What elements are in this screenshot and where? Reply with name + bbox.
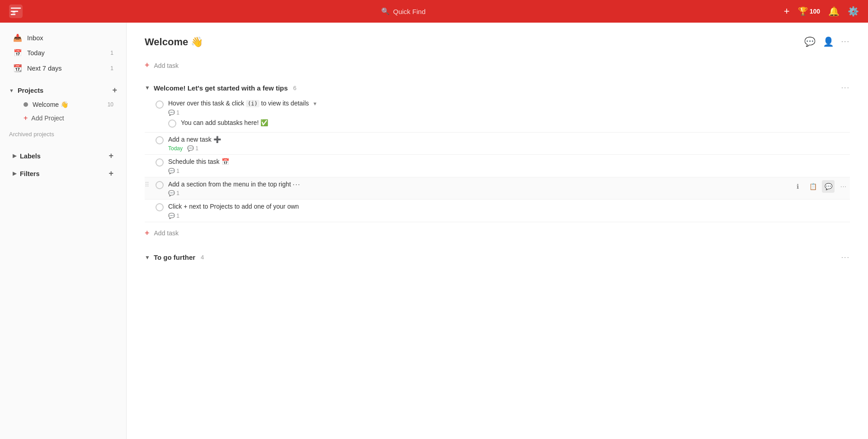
task-4-checkbox[interactable] (156, 181, 164, 189)
layout: 📥 Inbox 📅 Today 1 📆 Next 7 days 1 ▼ Proj… (0, 23, 868, 439)
filters-chevron-icon: ▶ (13, 171, 16, 177)
karma-icon: 🏆 (798, 6, 808, 16)
task-1-checkbox[interactable] (156, 100, 164, 109)
section-further-header: ▼ To go further 4 ··· (145, 251, 850, 264)
section-further-more-icon[interactable]: ··· (841, 253, 850, 262)
svg-text:≡: ≡ (12, 9, 16, 15)
karma-badge[interactable]: 🏆 100 (798, 6, 820, 16)
task-add-button[interactable]: 💬 (822, 180, 835, 193)
subtask-row: You can add subtasks here! ✅ (168, 117, 850, 129)
subtask-1-content: You can add subtasks here! ✅ (181, 119, 850, 128)
task-1-comment: 💬 1 (168, 110, 179, 116)
inbox-label: Inbox (27, 34, 43, 42)
add-task-plus-icon: + (145, 61, 150, 70)
welcome-project-count: 10 (108, 101, 113, 108)
add-filter-icon[interactable]: + (108, 169, 113, 178)
task-row: ⠿ Schedule this task 📅 💬 1 (145, 155, 850, 177)
task-4-actions: ℹ 📋 💬 ··· (791, 180, 850, 193)
sidebar-item-filters[interactable]: ▶ Filters + (4, 165, 123, 182)
topbar-left: ≡ (9, 5, 23, 18)
search-label: Quick Find (393, 8, 426, 15)
share-icon[interactable]: 👤 (823, 36, 834, 47)
labels-chevron-icon: ▶ (13, 153, 16, 159)
comment-icon[interactable]: 💬 (804, 36, 816, 47)
next7-icon: 📆 (13, 64, 23, 72)
task-row: ⠿ Add a section from the menu in the top… (145, 177, 850, 200)
topbar: ≡ 🔍 Quick Find + 🏆 100 🔔 ⚙️ (0, 0, 868, 23)
section-further-chevron-icon[interactable]: ▼ (145, 254, 150, 261)
section-further-count: 4 (201, 254, 204, 261)
subtask-1-checkbox[interactable] (168, 119, 176, 128)
section-tips: ▼ Welcome! Let's get started with a few … (145, 81, 850, 242)
task-1-collapse-icon[interactable]: ▼ (312, 101, 317, 106)
section-tips-title: Welcome! Let's get started with a few ti… (154, 84, 288, 92)
task-2-text: Add a new task ➕ (168, 136, 221, 143)
section-tips-more-icon[interactable]: ··· (841, 84, 850, 92)
task-5-content: Click + next to Projects to add one of y… (168, 202, 850, 219)
add-task-row[interactable]: + Add task (145, 57, 850, 74)
task-5-checkbox[interactable] (156, 203, 164, 211)
task-5-meta: 💬 1 (168, 213, 850, 219)
task-4-comment: 💬 1 (168, 190, 179, 196)
task-info-button[interactable]: ℹ (791, 180, 804, 193)
projects-label: Projects (18, 87, 43, 94)
app-logo-icon[interactable]: ≡ (9, 5, 23, 18)
welcome-project-label: Welcome 👋 (33, 101, 68, 108)
drag-handle-icon[interactable]: ⠿ (145, 180, 151, 188)
sidebar-item-labels[interactable]: ▶ Labels + (4, 148, 123, 164)
inbox-icon: 📥 (13, 33, 23, 42)
task-1-meta: 💬 1 (168, 110, 850, 116)
task-2-comment: 💬 1 (187, 145, 198, 152)
task-2-checkbox[interactable] (156, 136, 164, 144)
add-project-icon[interactable]: + (112, 86, 117, 95)
section-tips-count: 6 (293, 85, 297, 91)
page-header: Welcome 👋 💬 👤 ··· (145, 36, 850, 48)
task-3-comment: 💬 1 (168, 168, 179, 174)
add-project-label: Add Project (31, 115, 64, 122)
task-2-content: Add a new task ➕ Today 💬 1 (168, 135, 850, 152)
task-4-meta: 💬 1 (168, 190, 787, 196)
add-label-icon[interactable]: + (108, 151, 113, 161)
search-icon: 🔍 (381, 7, 390, 15)
search-bar[interactable]: 🔍 Quick Find (381, 7, 426, 15)
section-add-task-label: Add task (154, 229, 179, 237)
next7-count: 1 (110, 65, 113, 72)
labels-label: Labels (20, 153, 41, 160)
task-more-button[interactable]: ··· (837, 180, 850, 193)
section-tips-header: ▼ Welcome! Let's get started with a few … (145, 81, 850, 95)
add-project-button[interactable]: + Add Project (4, 111, 123, 125)
add-task-label: Add task (154, 62, 179, 69)
page-title: Welcome 👋 (145, 36, 203, 48)
section-further-title: To go further (154, 253, 195, 261)
task-schedule-button[interactable]: 📋 (807, 180, 819, 193)
add-project-plus-icon: + (24, 114, 28, 122)
task-4-content: Add a section from the menu in the top r… (168, 180, 787, 197)
task-row: ⠿ Add a new task ➕ Today 💬 1 (145, 133, 850, 155)
karma-count: 100 (810, 8, 820, 15)
add-button[interactable]: + (784, 5, 790, 17)
section-add-task-row[interactable]: + Add task (145, 225, 850, 242)
sidebar-item-next7[interactable]: 📆 Next 7 days 1 (4, 61, 123, 76)
task-2-meta: Today 💬 1 (168, 145, 850, 152)
projects-section-header[interactable]: ▼ Projects + (0, 81, 126, 98)
archived-projects-label: Archived projects (0, 125, 126, 140)
page-actions: 💬 👤 ··· (804, 36, 850, 47)
sidebar-item-welcome-project[interactable]: Welcome 👋 10 (4, 98, 123, 111)
today-icon: 📅 (13, 49, 23, 57)
more-options-icon[interactable]: ··· (841, 38, 850, 46)
sidebar-item-inbox[interactable]: 📥 Inbox (4, 30, 123, 45)
task-3-checkbox[interactable] (156, 158, 164, 167)
section-tips-chevron-icon[interactable]: ▼ (145, 85, 150, 91)
task-3-meta: 💬 1 (168, 168, 850, 174)
sidebar: 📥 Inbox 📅 Today 1 📆 Next 7 days 1 ▼ Proj… (0, 23, 127, 439)
task-5-comment: 💬 1 (168, 213, 179, 219)
sidebar-item-today[interactable]: 📅 Today 1 (4, 46, 123, 60)
today-label: Today (27, 49, 45, 57)
topbar-right: + 🏆 100 🔔 ⚙️ (784, 5, 859, 17)
projects-chevron-icon: ▼ (9, 88, 14, 93)
section-further: ▼ To go further 4 ··· (145, 251, 850, 264)
filters-label: Filters (20, 170, 40, 177)
settings-icon[interactable]: ⚙️ (848, 6, 859, 17)
task-row: ⠿ Hover over this task & click (i) to vi… (145, 96, 850, 133)
notifications-icon[interactable]: 🔔 (828, 6, 840, 17)
